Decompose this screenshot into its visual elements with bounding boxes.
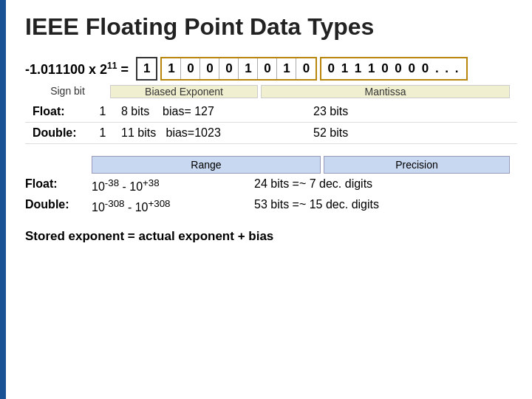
labels-row: Sign bit Biased Exponent Mantissa [25, 85, 510, 98]
float-row: Float: 1 8 bits bias= 127 23 bits [25, 101, 517, 123]
float-sign: 1 [92, 101, 114, 123]
biased-exponent-group: 1 0 0 0 1 0 1 0 [160, 57, 317, 81]
double-bits-text: 11 bits [121, 126, 156, 139]
expression-equals: = [120, 62, 129, 77]
exp-bit-7: 0 [296, 58, 316, 79]
mantissa-label: Mantissa [261, 85, 510, 98]
double-range-label: Double: [25, 198, 92, 214]
double-row: Double: 1 11 bits bias=1023 52 bits [25, 123, 517, 144]
exp-bit-1: 0 [181, 58, 200, 79]
float-bits-info: 8 bits bias= 127 [114, 101, 306, 123]
exp-bit-4: 1 [239, 58, 258, 79]
range-header: Range [92, 156, 321, 174]
spacer [25, 156, 92, 174]
mantissa-cells: 0 1 1 1 0 0 0 0 . . . [320, 57, 467, 81]
biased-exponent-cells: 1 0 0 0 1 0 1 0 [160, 57, 317, 81]
expression-exponent: 11 [107, 61, 117, 71]
float-double-table: Float: 1 8 bits bias= 127 23 bits Double… [25, 101, 517, 144]
exp-bit-6: 1 [277, 58, 296, 79]
double-range-exp1: -308 [105, 198, 125, 209]
double-bits-info: 11 bits bias=1023 [114, 123, 306, 144]
float-range-exp1: -38 [105, 177, 119, 188]
double-range-value: 10-308 - 10+308 [92, 198, 254, 214]
exp-bit-5: 0 [258, 58, 277, 79]
exp-bit-0: 1 [162, 58, 181, 79]
float-range-value: 10-38 - 10+38 [92, 177, 254, 194]
mantissa-value: 0 1 1 1 0 0 0 0 . . . [321, 58, 466, 79]
double-sign: 1 [92, 123, 114, 144]
expression-text: -1.011100 x 2 [25, 62, 107, 77]
double-label: Double: [25, 123, 92, 144]
float-bits-text: 8 bits [121, 105, 149, 117]
double-bias-text: bias=1023 [166, 126, 220, 139]
mantissa-group: 0 1 1 1 0 0 0 0 . . . [320, 57, 467, 81]
sign-bit-cell: 1 [136, 57, 157, 81]
exp-bit-3: 0 [219, 58, 239, 79]
exp-bit-2: 0 [200, 58, 219, 79]
sign-bit-label: Sign bit [25, 85, 110, 98]
page-title: IEEE Floating Point Data Types [25, 13, 510, 41]
page-accent [0, 0, 6, 399]
double-precision-value: 53 bits =~ 15 dec. digits [254, 198, 510, 214]
binary-row: -1.011100 x 211 = 1 1 0 0 0 1 0 1 0 0 1 … [25, 57, 510, 81]
float-range-label: Float: [25, 177, 92, 194]
float-precision-info: 23 bits [306, 101, 517, 123]
footer-text: Stored exponent = actual exponent + bias [25, 229, 510, 244]
double-precision-info: 52 bits [306, 123, 517, 144]
range-data-section: Float: 10-38 - 10+38 24 bits =~ 7 dec. d… [25, 175, 510, 217]
float-precision-value: 24 bits =~ 7 dec. digits [254, 177, 510, 194]
expression: -1.011100 x 211 = [25, 61, 129, 78]
float-label: Float: [25, 101, 92, 123]
double-range-exp2: +308 [149, 198, 171, 209]
biased-exponent-label: Biased Exponent [110, 85, 258, 98]
double-range-row: Double: 10-308 - 10+308 53 bits =~ 15 de… [25, 196, 510, 216]
float-bias-text: bias= 127 [163, 105, 214, 117]
float-range-row: Float: 10-38 - 10+38 24 bits =~ 7 dec. d… [25, 175, 510, 196]
precision-header: Precision [324, 156, 510, 174]
float-range-exp2: +38 [143, 177, 160, 188]
range-precision-header-row: Range Precision [25, 156, 510, 174]
